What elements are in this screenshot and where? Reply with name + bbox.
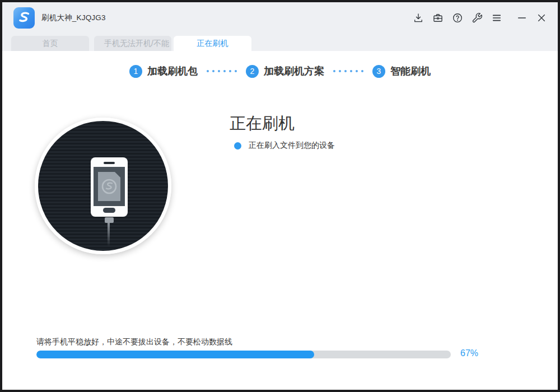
toolbox-icon[interactable] xyxy=(432,12,444,24)
step-1: 1 加载刷机包 xyxy=(129,64,198,78)
app-window: 刷机大神_KJQJG3 xyxy=(2,2,558,390)
step-3-badge: 3 xyxy=(372,65,385,78)
close-button[interactable] xyxy=(535,12,548,24)
repair-wrench-icon[interactable] xyxy=(471,12,483,24)
status-bullet-icon xyxy=(234,142,241,150)
firmware-file-icon xyxy=(98,172,120,201)
step-indicator: 1 加载刷机包 2 加载刷机方案 3 智能刷机 xyxy=(2,64,558,78)
phone-home-button xyxy=(103,208,115,213)
status-text: 正在刷入文件到您的设备 xyxy=(249,141,335,151)
download-icon[interactable] xyxy=(412,12,424,24)
tab-phone-cannot-boot[interactable]: 手机无法开机/不能 xyxy=(94,36,171,51)
step-2: 2 加载刷机方案 xyxy=(246,64,324,78)
phone-speaker xyxy=(104,162,115,164)
menu-icon[interactable] xyxy=(491,12,503,24)
window-frame: 刷机大神_KJQJG3 xyxy=(0,0,560,392)
step-2-badge: 2 xyxy=(246,65,259,78)
step-1-label: 加载刷机包 xyxy=(147,64,198,78)
help-icon[interactable] xyxy=(451,12,464,24)
status-row: 正在刷入文件到您的设备 xyxy=(234,141,335,151)
app-logo-icon xyxy=(13,7,35,29)
usb-cable xyxy=(108,223,110,246)
progress-fill xyxy=(36,351,314,358)
progress-percent: 67% xyxy=(460,348,478,358)
phone-screen xyxy=(94,167,125,206)
progress-bar xyxy=(36,351,451,358)
device-illustration xyxy=(35,118,171,254)
step-3-label: 智能刷机 xyxy=(390,64,431,78)
step-connector-dots xyxy=(207,70,237,72)
window-title: 刷机大神_KJQJG3 xyxy=(41,2,106,34)
main-content: 1 加载刷机包 2 加载刷机方案 3 智能刷机 xyxy=(2,51,558,390)
tab-home[interactable]: 首页 xyxy=(11,36,89,51)
tab-flashing[interactable]: 正在刷机 xyxy=(174,36,251,51)
phone-graphic xyxy=(91,157,128,217)
step-connector-dots xyxy=(333,70,363,72)
page-title: 正在刷机 xyxy=(230,113,295,135)
warning-text: 请将手机平稳放好，中途不要拔出设备，不要松动数据线 xyxy=(36,337,232,347)
titlebar-icons xyxy=(412,2,548,34)
titlebar: 刷机大神_KJQJG3 xyxy=(2,2,558,34)
step-3: 3 智能刷机 xyxy=(372,64,431,78)
step-1-badge: 1 xyxy=(129,65,142,78)
usb-connector xyxy=(97,217,121,223)
step-2-label: 加载刷机方案 xyxy=(264,64,324,78)
minimize-button[interactable] xyxy=(516,12,528,24)
tab-bar: 首页 手机无法开机/不能 正在刷机 xyxy=(2,34,558,51)
